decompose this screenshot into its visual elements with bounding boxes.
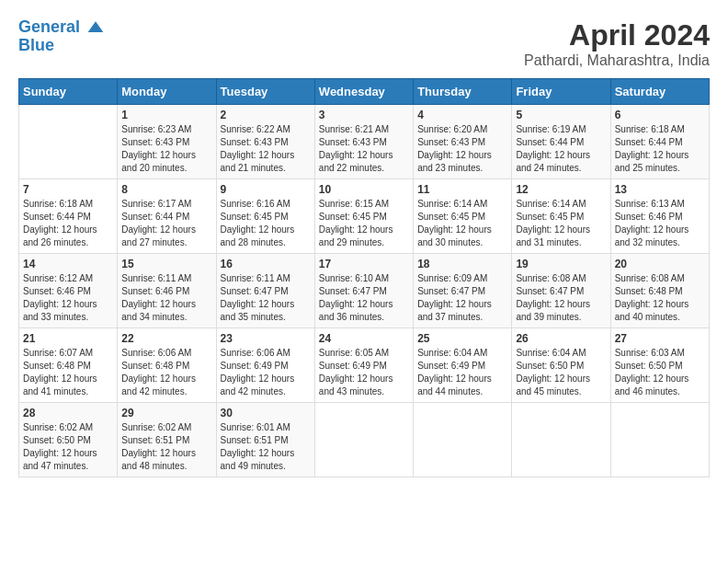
day-number: 28: [23, 407, 113, 419]
day-number: 11: [417, 183, 507, 196]
calendar-cell: 26Sunrise: 6:04 AMSunset: 6:50 PMDayligh…: [512, 328, 610, 403]
day-info: Sunrise: 6:10 AMSunset: 6:47 PMDaylight:…: [319, 272, 409, 324]
day-info: Sunrise: 6:22 AMSunset: 6:43 PMDaylight:…: [221, 123, 311, 175]
calendar-cell: 12Sunrise: 6:14 AMSunset: 6:45 PMDayligh…: [512, 179, 610, 254]
day-number: 12: [516, 183, 606, 196]
day-number: 9: [221, 183, 311, 196]
day-info: Sunrise: 6:18 AMSunset: 6:44 PMDaylight:…: [23, 198, 113, 249]
day-number: 7: [23, 183, 113, 196]
header-row: SundayMondayTuesdayWednesdayThursdayFrid…: [19, 79, 710, 105]
day-number: 17: [319, 258, 409, 270]
calendar-cell: 7Sunrise: 6:18 AMSunset: 6:44 PMDaylight…: [19, 179, 118, 254]
calendar-cell: 2Sunrise: 6:22 AMSunset: 6:43 PMDaylight…: [216, 105, 314, 179]
day-info: Sunrise: 6:04 AMSunset: 6:49 PMDaylight:…: [417, 347, 507, 398]
day-number: 16: [221, 258, 311, 270]
day-number: 1: [121, 109, 211, 121]
title-block: April 2024 Pathardi, Maharashtra, India: [524, 18, 710, 69]
logo-icon: [86, 18, 105, 37]
calendar-cell: 18Sunrise: 6:09 AMSunset: 6:47 PMDayligh…: [414, 254, 512, 328]
day-info: Sunrise: 6:06 AMSunset: 6:48 PMDaylight:…: [121, 347, 211, 398]
day-info: Sunrise: 6:18 AMSunset: 6:44 PMDaylight:…: [615, 123, 705, 175]
calendar-cell: [610, 403, 709, 477]
header-day: Monday: [118, 79, 216, 105]
day-info: Sunrise: 6:21 AMSunset: 6:43 PMDaylight:…: [319, 123, 409, 175]
calendar-cell: 29Sunrise: 6:02 AMSunset: 6:51 PMDayligh…: [118, 403, 216, 477]
calendar-cell: 17Sunrise: 6:10 AMSunset: 6:47 PMDayligh…: [314, 254, 413, 328]
calendar-cell: 25Sunrise: 6:04 AMSunset: 6:49 PMDayligh…: [414, 328, 512, 403]
calendar-cell: [414, 403, 512, 477]
calendar-cell: 11Sunrise: 6:14 AMSunset: 6:45 PMDayligh…: [414, 179, 512, 254]
day-number: 25: [417, 332, 507, 345]
header-day: Thursday: [414, 79, 512, 105]
day-info: Sunrise: 6:16 AMSunset: 6:45 PMDaylight:…: [221, 198, 311, 249]
day-number: 15: [121, 258, 211, 270]
day-number: 27: [615, 332, 705, 345]
day-info: Sunrise: 6:07 AMSunset: 6:48 PMDaylight:…: [23, 347, 113, 398]
day-info: Sunrise: 6:06 AMSunset: 6:49 PMDaylight:…: [221, 347, 311, 398]
day-info: Sunrise: 6:23 AMSunset: 6:43 PMDaylight:…: [121, 123, 211, 175]
calendar-week-row: 1Sunrise: 6:23 AMSunset: 6:43 PMDaylight…: [19, 105, 710, 179]
calendar-cell: 8Sunrise: 6:17 AMSunset: 6:44 PMDaylight…: [118, 179, 216, 254]
day-number: 5: [516, 109, 606, 121]
calendar-week-row: 28Sunrise: 6:02 AMSunset: 6:50 PMDayligh…: [19, 403, 710, 477]
day-info: Sunrise: 6:08 AMSunset: 6:47 PMDaylight:…: [516, 272, 606, 324]
logo-blue: Blue: [18, 36, 54, 54]
calendar-week-row: 21Sunrise: 6:07 AMSunset: 6:48 PMDayligh…: [19, 328, 710, 403]
day-info: Sunrise: 6:11 AMSunset: 6:47 PMDaylight:…: [221, 272, 311, 324]
logo-general: General: [18, 17, 80, 36]
day-info: Sunrise: 6:13 AMSunset: 6:46 PMDaylight:…: [615, 198, 705, 249]
header-day: Wednesday: [314, 79, 413, 105]
day-info: Sunrise: 6:02 AMSunset: 6:51 PMDaylight:…: [121, 421, 211, 473]
day-number: 19: [516, 258, 606, 270]
calendar-body: 1Sunrise: 6:23 AMSunset: 6:43 PMDaylight…: [19, 105, 710, 477]
calendar-cell: 22Sunrise: 6:06 AMSunset: 6:48 PMDayligh…: [118, 328, 216, 403]
header-day: Sunday: [19, 79, 118, 105]
calendar-cell: 24Sunrise: 6:05 AMSunset: 6:49 PMDayligh…: [314, 328, 413, 403]
day-number: 21: [23, 332, 113, 345]
day-info: Sunrise: 6:02 AMSunset: 6:50 PMDaylight:…: [23, 421, 113, 473]
calendar-header: SundayMondayTuesdayWednesdayThursdayFrid…: [19, 79, 710, 105]
header-day: Friday: [512, 79, 610, 105]
svg-marker-0: [88, 22, 104, 33]
day-info: Sunrise: 6:05 AMSunset: 6:49 PMDaylight:…: [319, 347, 409, 398]
calendar-cell: 19Sunrise: 6:08 AMSunset: 6:47 PMDayligh…: [512, 254, 610, 328]
calendar-cell: 16Sunrise: 6:11 AMSunset: 6:47 PMDayligh…: [216, 254, 314, 328]
day-number: 4: [417, 109, 507, 121]
day-info: Sunrise: 6:17 AMSunset: 6:44 PMDaylight:…: [121, 198, 211, 249]
day-number: 13: [615, 183, 705, 196]
day-number: 18: [417, 258, 507, 270]
calendar-cell: 6Sunrise: 6:18 AMSunset: 6:44 PMDaylight…: [610, 105, 709, 179]
day-number: 14: [23, 258, 113, 270]
calendar-cell: 30Sunrise: 6:01 AMSunset: 6:51 PMDayligh…: [216, 403, 314, 477]
calendar-cell: 5Sunrise: 6:19 AMSunset: 6:44 PMDaylight…: [512, 105, 610, 179]
day-number: 10: [319, 183, 409, 196]
day-number: 30: [221, 407, 311, 419]
logo-text: General Blue: [18, 18, 105, 55]
day-number: 22: [121, 332, 211, 345]
day-info: Sunrise: 6:01 AMSunset: 6:51 PMDaylight:…: [221, 421, 311, 473]
day-number: 3: [319, 109, 409, 121]
page-header: General Blue April 2024 Pathardi, Mahara…: [18, 18, 710, 69]
day-number: 20: [615, 258, 705, 270]
day-number: 26: [516, 332, 606, 345]
day-info: Sunrise: 6:15 AMSunset: 6:45 PMDaylight:…: [319, 198, 409, 249]
day-number: 6: [615, 109, 705, 121]
calendar-title: April 2024: [524, 18, 710, 52]
calendar-cell: 10Sunrise: 6:15 AMSunset: 6:45 PMDayligh…: [314, 179, 413, 254]
calendar-cell: 28Sunrise: 6:02 AMSunset: 6:50 PMDayligh…: [19, 403, 118, 477]
calendar-cell: 21Sunrise: 6:07 AMSunset: 6:48 PMDayligh…: [19, 328, 118, 403]
day-info: Sunrise: 6:14 AMSunset: 6:45 PMDaylight:…: [417, 198, 507, 249]
day-info: Sunrise: 6:08 AMSunset: 6:48 PMDaylight:…: [615, 272, 705, 324]
day-number: 23: [221, 332, 311, 345]
calendar-cell: 27Sunrise: 6:03 AMSunset: 6:50 PMDayligh…: [610, 328, 709, 403]
day-info: Sunrise: 6:12 AMSunset: 6:46 PMDaylight:…: [23, 272, 113, 324]
day-number: 29: [121, 407, 211, 419]
header-day: Saturday: [610, 79, 709, 105]
logo: General Blue: [18, 18, 105, 55]
calendar-cell: 3Sunrise: 6:21 AMSunset: 6:43 PMDaylight…: [314, 105, 413, 179]
calendar-cell: 9Sunrise: 6:16 AMSunset: 6:45 PMDaylight…: [216, 179, 314, 254]
day-number: 8: [121, 183, 211, 196]
calendar-week-row: 7Sunrise: 6:18 AMSunset: 6:44 PMDaylight…: [19, 179, 710, 254]
header-day: Tuesday: [216, 79, 314, 105]
calendar-cell: 23Sunrise: 6:06 AMSunset: 6:49 PMDayligh…: [216, 328, 314, 403]
